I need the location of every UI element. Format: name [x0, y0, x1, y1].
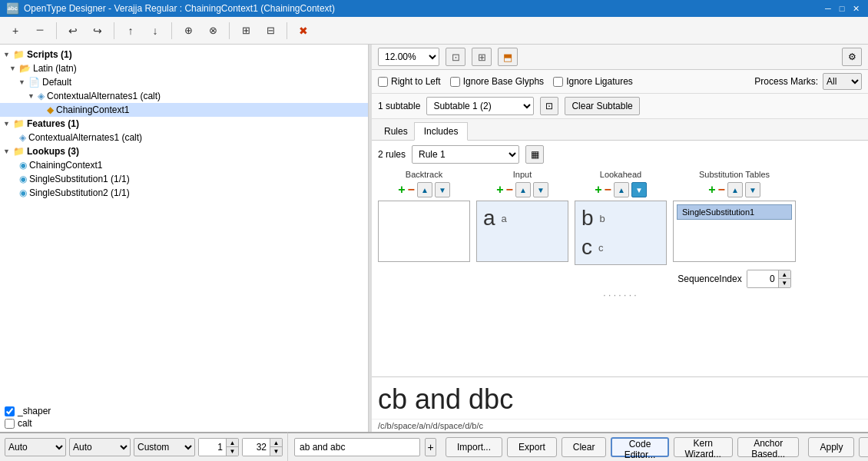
export-icon-button[interactable]: ⬒ — [498, 48, 518, 66]
ok-button[interactable]: OK — [859, 437, 868, 457]
chain1-icon: ◆ — [47, 104, 54, 115]
subst-down[interactable]: ▼ — [745, 182, 760, 197]
subst-remove[interactable]: − — [718, 183, 725, 197]
dropdown-custom[interactable]: Custom Default All — [134, 438, 195, 456]
link-button[interactable]: ⊟ — [260, 20, 281, 41]
toolbar-separator-5 — [287, 22, 287, 39]
right-panel: 12.00% 25% 50% 100% ⊡ ⊞ ⬒ ⚙ Right to Lef… — [372, 45, 868, 432]
delete-button[interactable]: ✖ — [293, 20, 314, 41]
tree-features[interactable]: ▼ 📁 Features (1) — [0, 117, 368, 131]
lookahead-remove[interactable]: − — [605, 183, 611, 197]
seq-index-up[interactable]: ▲ — [778, 270, 790, 279]
tree-singlesubst2[interactable]: ◉ SingleSubstitution2 (1/1) — [0, 186, 368, 200]
tree-scripts[interactable]: ▼ 📁 Scripts (1) — [0, 48, 368, 61]
clear-button[interactable]: Clear — [562, 437, 607, 457]
clear-subtable-button[interactable]: Clear Subtable — [565, 97, 639, 115]
spin-1-input[interactable] — [199, 439, 226, 456]
spin-1[interactable]: ▲ ▼ — [198, 438, 239, 456]
subtable-select[interactable]: Subtable 1 (2) — [426, 97, 534, 115]
tree-contextual1b[interactable]: ◈ ContextualAlternates1 (calt) — [0, 131, 368, 144]
input-remove[interactable]: − — [506, 183, 513, 197]
subst-box: SingleSubstitution1 — [673, 201, 796, 262]
apply-button[interactable]: Apply — [808, 437, 854, 457]
lookahead-up[interactable]: ▲ — [614, 182, 629, 197]
subst-section: Substitution Tables + − ▲ ▼ SingleSubsti… — [673, 170, 796, 288]
ignore-lig-option[interactable]: Ignore Ligatures — [553, 76, 633, 87]
spin-1-up[interactable]: ▲ — [226, 439, 238, 447]
close-button[interactable]: ✕ — [850, 2, 862, 15]
settings-button[interactable]: ⚙ — [842, 48, 862, 66]
zoom-select[interactable]: 12.00% 25% 50% 100% — [378, 48, 439, 66]
lookahead-down[interactable]: ▼ — [631, 182, 647, 197]
rule-select[interactable]: Rule 1 Rule 2 — [412, 145, 519, 164]
rule-table-button[interactable]: ▦ — [525, 145, 544, 164]
seq-index-down[interactable]: ▼ — [778, 279, 790, 287]
tree-singlesubst1[interactable]: ◉ SingleSubstitution1 (1/1) — [0, 172, 368, 186]
process-marks-select[interactable]: All None Base — [823, 73, 862, 90]
seq-index-spin[interactable]: ▲ ▼ — [747, 270, 791, 288]
preview-add-button[interactable]: + — [425, 438, 436, 456]
rtl-label: Right to Left — [391, 76, 441, 87]
subtable-icon-button[interactable]: ⊡ — [540, 97, 558, 115]
dropdown-auto-1[interactable]: Auto LTR RTL — [5, 438, 66, 456]
spin-2-down[interactable]: ▼ — [270, 447, 282, 456]
subst-item-1[interactable]: SingleSubstitution1 — [677, 204, 792, 220]
tree-contextual1[interactable]: ▼ ◈ ContextualAlternates1 (calt) — [0, 89, 368, 103]
backtrack-down[interactable]: ▼ — [435, 182, 450, 197]
tree-default[interactable]: ▼ 📄 Default — [0, 75, 368, 89]
spin-2-input[interactable] — [243, 439, 270, 456]
ignore-base-checkbox[interactable] — [450, 77, 460, 87]
copy-button[interactable]: ⊕ — [177, 20, 199, 41]
input-down[interactable]: ▼ — [533, 182, 548, 197]
subst-up[interactable]: ▲ — [727, 182, 743, 197]
move-up-button[interactable]: ↑ — [120, 20, 141, 41]
maximize-button[interactable]: □ — [836, 2, 848, 15]
lookahead-add[interactable]: + — [595, 183, 601, 197]
tree-latin[interactable]: ▼ 📂 Latin (latn) — [0, 61, 368, 75]
move-down-button[interactable]: ↓ — [144, 20, 166, 41]
export-button[interactable]: Export — [507, 437, 557, 457]
tree-lookups[interactable]: ▼ 📁 Lookups (3) — [0, 144, 368, 158]
feature-calt[interactable]: calt — [5, 418, 363, 429]
paste-button[interactable]: ⊗ — [202, 20, 224, 41]
ignore-base-option[interactable]: Ignore Base Glyphs — [450, 76, 544, 87]
tree-chainingctx1[interactable]: ◆ ChainingContext1 — [0, 103, 368, 117]
rtl-option[interactable]: Right to Left — [378, 76, 441, 87]
preview-text-input[interactable] — [294, 438, 420, 456]
spin-2-up[interactable]: ▲ — [270, 439, 282, 447]
seq-index-spin-buttons: ▲ ▼ — [778, 270, 790, 287]
fit-view-button[interactable]: ⊡ — [446, 48, 465, 66]
rtl-checkbox[interactable] — [378, 77, 388, 87]
spin-2[interactable]: ▲ ▼ — [242, 438, 283, 456]
kern-wizard-button[interactable]: Kern Wizard... — [674, 437, 733, 457]
import-button[interactable]: Import... — [446, 437, 502, 457]
add-button[interactable]: + — [5, 20, 26, 41]
import-toolbar-button[interactable]: ⊞ — [235, 20, 257, 41]
tree-chainingctx1b[interactable]: ◉ ChainingContext1 — [0, 158, 368, 172]
shaper-checkbox[interactable] — [5, 406, 15, 416]
tab-includes[interactable]: Includes — [414, 122, 469, 141]
input-add[interactable]: + — [496, 183, 503, 197]
remove-button[interactable]: − — [29, 20, 51, 41]
ignore-lig-checkbox[interactable] — [553, 77, 563, 87]
input-up[interactable]: ▲ — [515, 182, 531, 197]
dropdown-auto-2[interactable]: Auto None All — [69, 438, 131, 456]
feature-shaper[interactable]: _shaper — [5, 406, 363, 416]
code-editor-button[interactable]: Code Editor... — [611, 437, 668, 457]
calt-checkbox[interactable] — [5, 419, 15, 429]
anchor-based-button[interactable]: Anchor Based... — [737, 437, 800, 457]
seq-index-input[interactable] — [747, 270, 778, 287]
lookups-label: Lookups (3) — [27, 146, 79, 157]
backtrack-up[interactable]: ▲ — [417, 182, 432, 197]
backtrack-label: Backtrack — [406, 170, 442, 179]
minimize-button[interactable]: ─ — [822, 2, 834, 15]
subst-add[interactable]: + — [708, 183, 715, 197]
redo-button[interactable]: ↪ — [87, 20, 108, 41]
undo-button[interactable]: ↩ — [62, 20, 84, 41]
input-label: Input — [513, 170, 532, 179]
backtrack-add[interactable]: + — [398, 183, 405, 197]
spin-1-down[interactable]: ▼ — [226, 447, 238, 456]
calt-label: calt — [18, 418, 32, 429]
grid-button[interactable]: ⊞ — [472, 48, 492, 66]
backtrack-remove[interactable]: − — [408, 183, 415, 197]
